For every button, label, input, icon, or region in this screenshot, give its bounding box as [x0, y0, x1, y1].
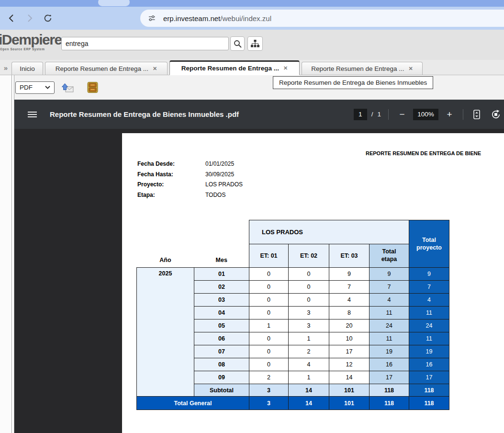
total-general-cell: 3: [249, 397, 289, 410]
total-proyecto-cell: 19: [409, 345, 449, 358]
browser-tab[interactable]: [98, 0, 130, 6]
report-param-row: Proyecto:LOS PRADOS: [137, 181, 243, 192]
pdf-canvas[interactable]: REPORTE RESUMEN DE ENTREGA DE BIENE Fech…: [14, 129, 504, 433]
url-text: erp.investeam.net/webui/index.zul: [163, 14, 271, 23]
app-tab-label: Reporte Resumen de Entrega ...: [311, 65, 404, 72]
report-table: LOS PRADOSTotalproyectoAñoMesET: 01ET: 0…: [136, 220, 449, 410]
search-icon: [234, 40, 242, 48]
tab-close-icon[interactable]: ✕: [153, 66, 157, 72]
month-cell: 01: [194, 268, 249, 281]
row-header-ano: Año: [137, 244, 194, 268]
total-proyecto-cell: 11: [409, 332, 449, 345]
app-tab[interactable]: Reporte Resumen de Entrega ...✕: [302, 62, 423, 75]
total-proyecto-cell: 7: [409, 281, 449, 294]
tab-close-icon[interactable]: ✕: [283, 65, 288, 71]
reload-icon: [43, 13, 53, 23]
content-area: PDF Reporte Resumen: [0, 75, 504, 433]
value-cell: 1: [289, 371, 329, 384]
column-header-etapa: ET: 03: [329, 244, 370, 268]
report-param-row: Fecha Desde:01/01/2025: [137, 160, 243, 171]
value-cell: 10: [329, 332, 370, 345]
pdf-toolbar: Reporte Resumen de Entrega de Bienes Inm…: [14, 100, 504, 129]
app-tab[interactable]: Reporte Resumen de Entrega ...✕: [45, 62, 168, 75]
tab-close-icon[interactable]: ✕: [409, 66, 413, 72]
total-proyecto-cell: 9: [409, 268, 449, 281]
month-cell: 09: [194, 371, 249, 384]
logo-title: iDempiere: [0, 33, 59, 47]
value-cell: 0: [289, 281, 329, 294]
value-cell: 2: [289, 345, 329, 358]
value-cell: 0: [249, 332, 289, 345]
total-etapa-cell: 4: [370, 294, 409, 307]
report-heading: REPORTE RESUMEN DE ENTREGA DE BIENE: [366, 150, 481, 156]
table-row: 20250100999: [137, 268, 449, 281]
tune-icon: [148, 14, 156, 22]
menu-button[interactable]: [28, 110, 37, 119]
fit-to-page-button[interactable]: [470, 108, 483, 121]
total-general-label: Total General: [137, 397, 249, 410]
subtotal-cell: 14: [289, 384, 329, 397]
reload-button[interactable]: [40, 11, 56, 26]
value-cell: 17: [329, 345, 370, 358]
subtotal-proyecto-cell: 118: [409, 384, 449, 397]
app-tab-label: Inicio: [20, 65, 35, 72]
page-number-input[interactable]: 1: [354, 109, 367, 120]
value-cell: 1: [289, 332, 329, 345]
value-cell: 8: [329, 307, 370, 319]
table-corner: [137, 220, 249, 244]
format-select[interactable]: PDF: [15, 81, 55, 94]
param-label: Fecha Desde:: [137, 160, 205, 171]
tab-tooltip: Reporte Resumen de Entrega de Bienes Inm…: [273, 76, 433, 89]
value-cell: 4: [329, 294, 370, 307]
chevron-left-icon: [7, 14, 16, 23]
app-tab[interactable]: Inicio: [11, 62, 43, 75]
url-bar[interactable]: erp.investeam.net/webui/index.zul: [140, 10, 504, 27]
total-etapa-cell: 17: [370, 371, 409, 384]
back-button[interactable]: [4, 11, 19, 26]
value-cell: 2: [249, 371, 289, 384]
value-cell: 7: [329, 281, 370, 294]
value-cell: 0: [249, 294, 289, 307]
west-panel-collapsed: [0, 75, 12, 433]
value-cell: 9: [329, 268, 370, 281]
format-select-value: PDF: [20, 84, 33, 91]
total-etapa-cell: 16: [370, 358, 409, 371]
zoom-out-button[interactable]: −: [396, 108, 408, 121]
total-proyecto-cell: 4: [409, 294, 449, 307]
archive-button[interactable]: [87, 81, 99, 93]
sitemap-icon: [251, 40, 259, 47]
send-mail-button[interactable]: [61, 82, 74, 93]
page-separator: /: [371, 111, 373, 118]
fit-to-page-icon: [471, 109, 482, 120]
logo-subtitle: Open Source ERP System: [0, 47, 59, 51]
app-tab-label: Reporte Resumen de Entrega ...: [56, 65, 148, 72]
rotate-icon: [491, 109, 501, 120]
total-etapa-cell: 11: [370, 307, 409, 319]
zoom-in-button[interactable]: +: [443, 108, 456, 121]
param-value: LOS PRADOS: [205, 181, 243, 192]
rotate-button[interactable]: [490, 108, 502, 121]
search-button[interactable]: [230, 36, 245, 51]
total-general-cell: 14: [289, 397, 329, 410]
sitemap-button[interactable]: [247, 36, 263, 51]
value-cell: 3: [289, 307, 329, 319]
app-header: iDempiere Open Source ERP System: [0, 30, 504, 60]
month-cell: 05: [194, 319, 249, 332]
toolbar-divider: [463, 109, 463, 120]
total-proyecto-cell: 11: [409, 307, 449, 319]
value-cell: 0: [249, 268, 289, 281]
chevron-right-icon: [25, 14, 34, 23]
tab-overflow-chevron[interactable]: »: [0, 64, 11, 75]
column-header-total-etapa: Totaletapa: [370, 244, 409, 268]
forward-button[interactable]: [22, 11, 37, 26]
total-proyecto-cell: 24: [409, 319, 449, 332]
app-tab[interactable]: Reporte Resumen de Entrega ...✕: [169, 60, 300, 75]
zoom-level-input[interactable]: 100%: [413, 109, 438, 120]
value-cell: 0: [249, 345, 289, 358]
month-cell: 03: [194, 294, 249, 307]
value-cell: 4: [289, 358, 329, 371]
subtotal-cell: 118: [370, 384, 409, 397]
page-total: 1: [377, 111, 381, 118]
search-input[interactable]: [61, 37, 229, 50]
report-param-row: Etapa:TODOS: [137, 192, 243, 202]
